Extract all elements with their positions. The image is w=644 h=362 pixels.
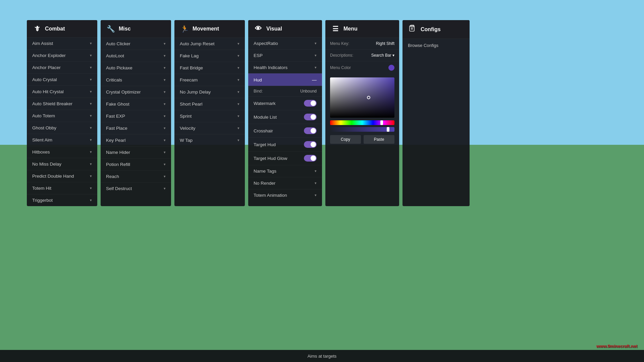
misc-panel: 🔧 Misc Auto Clicker▾ AutoLoot▾ Auto Pick…	[101, 20, 171, 206]
list-item[interactable]: Anchor Exploder ▾	[27, 49, 97, 61]
list-item[interactable]: No Jump Delay▾	[174, 86, 245, 98]
descriptions-row[interactable]: Descriptions: Search Bar ▾	[325, 49, 399, 61]
combat-header: 🗡 Combat	[27, 20, 97, 37]
copy-button[interactable]: Copy	[330, 135, 361, 144]
target-hud-glow-item[interactable]: Target Hud Glow	[248, 151, 322, 165]
list-item[interactable]: Potion Refill▾	[101, 158, 171, 170]
hud-item[interactable]: Hud —	[248, 73, 322, 86]
target-hud-item[interactable]: Target Hud	[248, 137, 322, 151]
chevron-icon: ▾	[90, 89, 92, 94]
misc-items: Auto Clicker▾ AutoLoot▾ Auto Pickaxe▾ Cr…	[101, 38, 171, 194]
chevron-icon: ▾	[164, 42, 166, 46]
browse-configs-button[interactable]: Browse Configs	[402, 39, 470, 52]
crosshair-item[interactable]: Crosshair	[248, 124, 322, 137]
list-item[interactable]: Fast EXP▾	[101, 110, 171, 122]
descriptions-value[interactable]: Search Bar ▾	[371, 53, 394, 58]
chevron-icon: ▾	[164, 78, 166, 82]
list-item[interactable]: Self Destruct▾	[101, 182, 171, 194]
list-item[interactable]: Short Pearl▾	[174, 98, 245, 110]
list-item[interactable]: Fake Ghost▾	[101, 98, 171, 110]
list-item[interactable]: Crystal Optimizer▾	[101, 86, 171, 98]
target-hud-glow-toggle[interactable]	[304, 155, 317, 162]
list-item[interactable]: Anchor Placer ▾	[27, 61, 97, 73]
chevron-icon: ▾	[315, 65, 317, 70]
list-item[interactable]: AutoLoot▾	[101, 50, 171, 62]
misc-title: Misc	[119, 26, 131, 32]
list-item[interactable]: Auto Jump Reset▾	[174, 38, 245, 50]
list-item[interactable]: Fake Lag▾	[174, 50, 245, 62]
list-item[interactable]: Key Pearl▾	[101, 134, 171, 146]
list-item[interactable]: Auto Totem ▾	[27, 110, 97, 122]
list-item[interactable]: Auto Hit Crystal ▾	[27, 85, 97, 98]
watermark: www.9minecraft.net	[596, 344, 637, 349]
name-tags-item[interactable]: Name Tags ▾	[248, 165, 322, 177]
chevron-icon: ▾	[315, 169, 317, 173]
list-item[interactable]: Auto Clicker▾	[101, 38, 171, 50]
configs-header: Configs	[402, 20, 470, 39]
list-item[interactable]: Auto Pickaxe▾	[101, 62, 171, 74]
list-item[interactable]: Sprint▾	[174, 110, 245, 122]
color-cursor[interactable]	[367, 96, 370, 99]
list-item[interactable]: Ghost Obby ▾	[27, 122, 97, 134]
list-item[interactable]: No Miss Delay ▾	[27, 158, 97, 170]
crosshair-toggle[interactable]	[304, 127, 317, 134]
combat-items: Aim Assist ▾ Anchor Exploder ▾ Anchor Pl…	[27, 37, 97, 206]
chevron-icon: ▾	[90, 186, 92, 190]
chevron-icon: ▾	[237, 66, 239, 70]
list-item[interactable]: Reach▾	[101, 170, 171, 182]
list-item[interactable]: Freecam▾	[174, 74, 245, 86]
watermark-toggle[interactable]	[304, 100, 317, 107]
list-item[interactable]: Fast Bridge▾	[174, 62, 245, 74]
status-text: Aims at targets	[308, 354, 337, 359]
paste-button[interactable]: Paste	[364, 135, 394, 144]
list-item[interactable]: Auto Shield Breaker ▾	[27, 98, 97, 110]
watermark-item[interactable]: Watermark	[248, 96, 322, 110]
color-spectrum[interactable]	[330, 120, 394, 125]
menu-color-label: Menu Color	[330, 65, 351, 70]
target-hud-toggle[interactable]	[304, 141, 317, 148]
menu-color-row: Menu Color	[325, 61, 399, 74]
chevron-icon: ▾	[164, 186, 166, 191]
totem-animation-item[interactable]: Totem Animation ▾	[248, 189, 322, 201]
list-item[interactable]: Predict Double Hand ▾	[27, 170, 97, 182]
menu-color-dot[interactable]	[388, 65, 394, 71]
chevron-icon: ▾	[90, 138, 92, 142]
list-item[interactable]: Criticals▾	[101, 74, 171, 86]
list-item[interactable]: Velocity▾	[174, 122, 245, 134]
list-item[interactable]: Fast Place▾	[101, 122, 171, 134]
color-gradient[interactable]	[330, 77, 394, 118]
list-item[interactable]: Aim Assist ▾	[27, 37, 97, 49]
list-item[interactable]: Hitboxes ▾	[27, 146, 97, 158]
combat-title: Combat	[45, 26, 65, 32]
visual-title: Visual	[266, 26, 282, 32]
list-item[interactable]: Totem Hit ▾	[27, 182, 97, 194]
module-list-toggle[interactable]	[304, 114, 317, 120]
chevron-icon: ▾	[164, 114, 166, 118]
list-item[interactable]: ESP ▾	[248, 49, 322, 61]
chevron-icon: ▾	[90, 126, 92, 130]
chevron-icon: ▾	[315, 53, 317, 58]
movement-header: 🏃 Movement	[174, 20, 245, 38]
spectrum-thumb[interactable]	[380, 120, 383, 125]
chevron-icon: ▾	[164, 174, 166, 179]
opacity-thumb[interactable]	[387, 127, 389, 132]
list-item[interactable]: Silent Aim ▾	[27, 134, 97, 146]
list-item[interactable]: Auto Crystal ▾	[27, 73, 97, 85]
bind-row: Bind: Unbound	[248, 86, 322, 96]
list-item[interactable]: Triggerbot ▾	[27, 194, 97, 206]
menu-key-row: Menu Key: Right Shift	[325, 38, 399, 49]
list-item[interactable]: Health Indicators ▾	[248, 61, 322, 73]
no-render-item[interactable]: No Render ▾	[248, 177, 322, 189]
list-item[interactable]: W Tap▾	[174, 134, 245, 146]
combat-panel: 🗡 Combat Aim Assist ▾ Anchor Exploder ▾ …	[27, 20, 97, 206]
chevron-icon: ▾	[237, 54, 239, 58]
color-opacity[interactable]	[330, 127, 394, 132]
misc-icon: 🔧	[106, 25, 115, 33]
misc-header: 🔧 Misc	[101, 20, 171, 38]
chevron-icon: ▾	[315, 193, 317, 197]
module-list-item[interactable]: Module List	[248, 110, 322, 124]
chevron-icon: ▾	[164, 66, 166, 70]
list-item[interactable]: Name Hider▾	[101, 146, 171, 158]
list-item[interactable]: AspectRatio ▾	[248, 37, 322, 49]
visual-header: 👁 Visual	[248, 20, 322, 37]
